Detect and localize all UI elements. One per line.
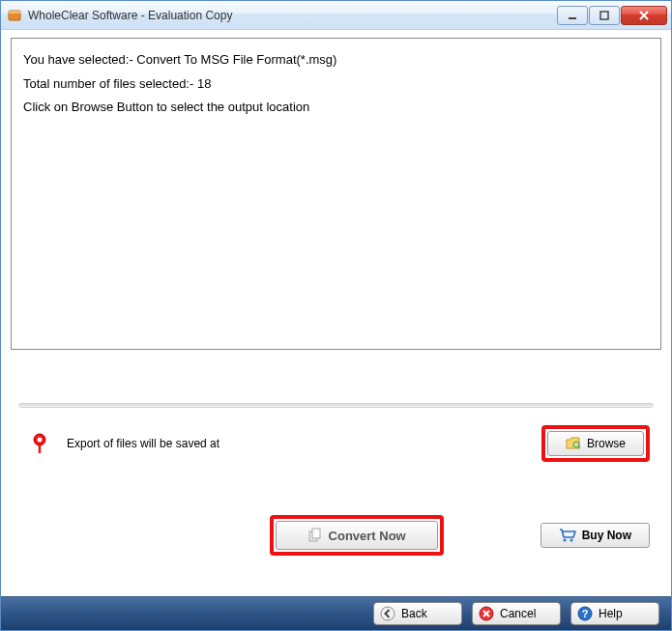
convert-now-button[interactable]: Convert Now: [276, 521, 438, 550]
bottombar: Back Cancel ? Help: [1, 596, 671, 630]
back-icon: [380, 606, 395, 621]
window-controls: [557, 6, 667, 25]
svg-point-9: [563, 539, 566, 542]
svg-rect-1: [9, 11, 20, 14]
buy-now-button[interactable]: Buy Now: [541, 523, 650, 548]
help-icon: ?: [577, 606, 593, 621]
cancel-label: Cancel: [500, 607, 536, 620]
cart-icon: [559, 528, 576, 543]
browse-highlight: Browse: [541, 425, 650, 462]
titlebar: WholeClear Software - Evaluation Copy: [1, 1, 671, 30]
svg-rect-2: [569, 17, 576, 19]
folder-search-icon: [566, 437, 581, 450]
cancel-button[interactable]: Cancel: [472, 602, 561, 625]
info-line-instruction: Click on Browse Button to select the out…: [23, 96, 649, 120]
cancel-icon: [479, 606, 494, 621]
convert-highlight: Convert Now: [270, 515, 444, 556]
svg-point-10: [570, 539, 572, 542]
content-area: You have selected:- Convert To MSG File …: [1, 30, 671, 596]
svg-point-11: [381, 607, 394, 620]
copy-icon: [307, 528, 323, 543]
back-button[interactable]: Back: [373, 602, 462, 625]
back-label: Back: [401, 607, 427, 620]
buy-now-label: Buy Now: [582, 529, 631, 542]
app-icon: [7, 8, 22, 23]
info-line-count: Total number of files selected:- 18: [23, 72, 649, 97]
maximize-button[interactable]: [589, 6, 620, 25]
svg-point-5: [38, 438, 43, 443]
pin-icon: [28, 433, 51, 454]
info-line-selected: You have selected:- Convert To MSG File …: [23, 48, 649, 72]
convert-now-label: Convert Now: [329, 529, 406, 543]
svg-rect-8: [312, 529, 320, 538]
export-row: Export of files will be saved at Browse: [16, 425, 656, 462]
close-button[interactable]: [621, 6, 667, 25]
browse-button-label: Browse: [587, 437, 626, 450]
app-window: WholeClear Software - Evaluation Copy Yo…: [0, 0, 672, 631]
help-button[interactable]: ? Help: [570, 602, 659, 625]
svg-text:?: ?: [582, 608, 589, 619]
action-row: Convert Now Buy Now: [16, 462, 656, 573]
divider: [18, 403, 654, 408]
minimize-button[interactable]: [557, 6, 588, 25]
help-label: Help: [599, 607, 623, 620]
browse-button[interactable]: Browse: [547, 431, 644, 456]
export-label: Export of files will be saved at: [67, 437, 541, 450]
svg-rect-3: [600, 12, 608, 19]
window-title: WholeClear Software - Evaluation Copy: [28, 9, 557, 22]
mid-area: Export of files will be saved at Browse: [11, 350, 661, 596]
info-panel: You have selected:- Convert To MSG File …: [11, 38, 661, 350]
